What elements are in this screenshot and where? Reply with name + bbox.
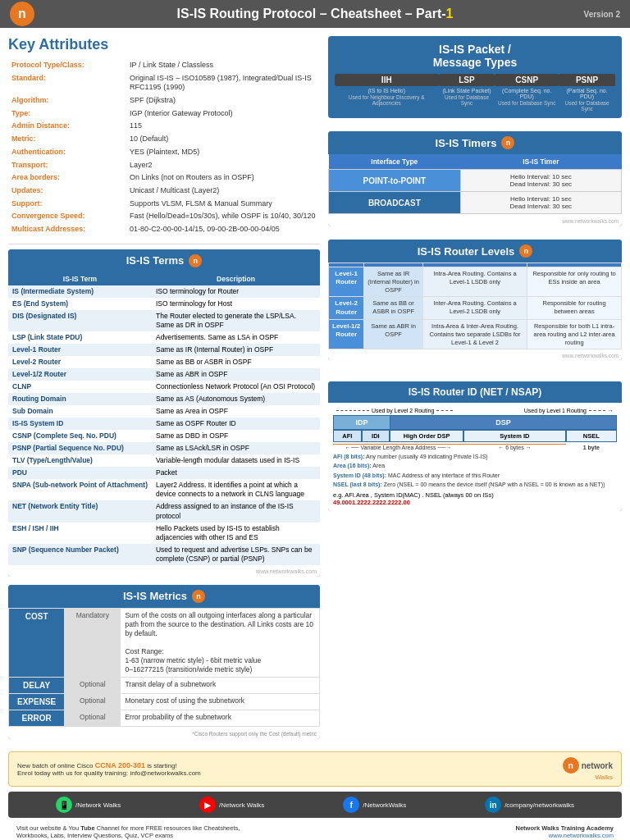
attr-key: Convergence Speed:	[10, 211, 126, 222]
metrics-section: IS-IS Metrics n COST Mandatory Sum of th…	[8, 585, 320, 739]
social-footer: 📱 /Network Walks ▶ /Network Walks f /Net…	[8, 792, 622, 818]
term-name: CSNP (Complete Seq. No. PDU)	[8, 430, 152, 442]
facebook-icon: f	[343, 797, 359, 813]
attr-key: Standard:	[10, 73, 126, 94]
terms-section: IS-IS Terms n IS-IS Term Description IS …	[8, 249, 320, 577]
metrics-watermark: *Cisco Routers support only the Cost (de…	[192, 731, 317, 737]
term-name: Sub Domain	[8, 405, 152, 418]
levels-row: Level-1 Router Same as IR (Internal Rout…	[329, 267, 622, 297]
right-col-inner: IS-IS Packet / Message Types IIH (IS to …	[328, 36, 622, 519]
attr-key: Support:	[10, 199, 126, 210]
attr-key: Authentication:	[10, 147, 126, 158]
net-l2-label: Used by Level 2 Routing	[336, 408, 453, 413]
level-col2: Same as BB or ASBR in OSPF	[364, 297, 423, 320]
attr-row: Convergence Speed:Fast (Hello/Dead=10s/3…	[10, 211, 318, 222]
attr-key: Area borders:	[10, 172, 126, 184]
metric-desc: Error probability of the subnetwork	[121, 710, 320, 727]
terms-body: IS-IS Term Description IS (Intermediate …	[8, 272, 320, 577]
terms-info-icon: n	[189, 254, 202, 267]
timers-col2: IS-IS Timer	[460, 154, 621, 170]
term-desc: Layer2 Address. It identifies a point at…	[152, 479, 320, 500]
timers-header: IS-IS Timers n	[328, 131, 622, 154]
terms-row: Level-2 RouterSame as BB or ASBR in OSPF	[8, 356, 320, 368]
term-desc: Same as IR (Internal Router) in OSPF	[152, 344, 320, 356]
level-col3: Inter-Area Routing. Contains a Level-2 L…	[422, 297, 527, 320]
terms-table: IS-IS Term Description IS (Intermediate …	[8, 272, 320, 565]
timer-val: Hello Interval: 10 secDead Interval: 30 …	[460, 170, 621, 192]
metric-label: EXPENSE	[9, 694, 65, 710]
term-name: Level-1 Router	[8, 344, 152, 356]
attr-val: SPF (Dijkstra)	[128, 95, 318, 107]
net-header: IS-IS Router ID (NET / NSAP)	[328, 381, 622, 403]
attr-val: 10 (Default)	[128, 134, 318, 145]
metrics-title: IS-IS Metrics	[123, 590, 187, 602]
social-li-label: /company/networkwalks	[504, 801, 574, 809]
nwta-url: www.networkwalks.com	[516, 832, 614, 839]
terms-row: Routing DomainSame as AS (Autonomous Sys…	[8, 393, 320, 405]
level-col2: Same as ABR in OSPF	[364, 320, 423, 349]
timers-col1: Interface Type	[329, 154, 461, 170]
cta-box: New batch of online Cisco CCNA 200-301 i…	[8, 751, 622, 787]
bi-left: Visit our website & You Tube Channel for…	[16, 824, 516, 839]
metrics-table: COST Mandatory Sum of the costs on all o…	[8, 608, 320, 727]
terms-row: IS (Intermediate System)ISO terminology …	[8, 285, 320, 298]
terms-title: IS-IS Terms	[126, 254, 185, 267]
attr-val: Layer2	[128, 160, 318, 171]
term-desc: Connectionless Network Protocol (An OSI …	[152, 381, 320, 393]
net-idi-cell: IDI	[362, 430, 390, 442]
terms-row: ESH / ISH / IIHHello Packets used by IS-…	[8, 523, 320, 544]
metric-label: COST	[9, 608, 65, 677]
timers-info-icon: n	[501, 136, 514, 149]
terms-row: CLNPConnectionless Network Protocol (An …	[8, 381, 320, 393]
attr-val: 115	[128, 121, 318, 132]
packet-desc: Used for Database Sync	[559, 100, 615, 112]
terms-row: DIS (Designated IS)The Router elected to…	[8, 310, 320, 331]
net-sysid-cell: System ID	[463, 430, 566, 442]
attr-row: Protocol Type/Class:IP / Link State / Cl…	[10, 60, 318, 71]
cta-logo-name: network	[582, 761, 613, 770]
packet-desc: Used for Database Sync	[439, 94, 495, 106]
attr-row: Standard:Original IS-IS – ISO10589 (1987…	[10, 73, 318, 94]
term-name: IS (Intermediate System)	[8, 285, 152, 298]
social-facebook[interactable]: f /NetworkWalks	[343, 797, 406, 813]
terms-row: PSNP (Partial Sequence No. PDU)Same as L…	[8, 442, 320, 454]
timers-watermark: www.networkwalks.com	[562, 218, 619, 224]
version-label: Version 2	[584, 10, 620, 19]
term-desc: Used to request and advertise LSPs. SNPs…	[152, 544, 320, 565]
levels-title: IS-IS Router Levels	[418, 245, 514, 258]
attr-val: YES (Plaintext, MD5)	[128, 147, 318, 158]
attr-key: Admin Distance:	[10, 121, 126, 132]
net-l1-label: Used by Level 1 Routing →	[524, 408, 614, 413]
net-dsp-cell: DSP	[390, 416, 616, 429]
attr-val: Fast (Hello/Dead=10s/30s), while OSPF is…	[128, 211, 318, 222]
term-desc: Same as AS (Autonomous System)	[152, 393, 320, 405]
social-whatsapp[interactable]: 📱 /Network Walks	[56, 797, 121, 813]
attr-row: Support:Supports VLSM, FLSM & Manual Sum…	[10, 199, 318, 210]
net-idp-dsp-row: IDP DSP	[333, 415, 617, 430]
term-desc: Address assigned to an instance of the I…	[152, 500, 320, 522]
metrics-row: ERROR Optional Error probability of the …	[9, 710, 320, 727]
terms-row: ES (End System)ISO terminology for Host	[8, 298, 320, 310]
attr-val: 01-80-C2-00-00-14/15, 09-00-2B-00-00-04/…	[128, 224, 318, 235]
attr-row: Admin Distance:115	[10, 121, 318, 132]
packet-desc: Used for Database Sync	[495, 100, 559, 106]
term-desc: Same as OSPF Router ID	[152, 418, 320, 430]
term-desc: Same as ABR in OSPF	[152, 368, 320, 381]
attr-key: Metric:	[10, 134, 126, 145]
levels-table: Level-1 Router Same as IR (Internal Rout…	[328, 262, 622, 349]
attr-key: Algorithm:	[10, 95, 126, 107]
term-desc: Hello Packets used by IS-IS to establish…	[152, 523, 320, 544]
metrics-row: EXPENSE Optional Monetary cost of using …	[9, 694, 320, 710]
attr-row: Algorithm:SPF (Dijkstra)	[10, 95, 318, 107]
net-afi-cell: AFI	[333, 430, 362, 442]
term-name: TLV (Type/Length/Value)	[8, 454, 152, 467]
metrics-body: COST Mandatory Sum of the costs on all o…	[8, 608, 320, 739]
packet-types: IIH (IS to IS Hello) Used for Neighbour …	[335, 74, 615, 112]
terms-row: LSP (Link State PDU)Advertisements. Same…	[8, 331, 320, 344]
term-name: Level-1/2 Router	[8, 368, 152, 381]
terms-col2: Description	[152, 272, 320, 285]
net-idp-cell: IDP	[334, 416, 390, 429]
social-youtube[interactable]: ▶ /Network Walks	[199, 797, 264, 813]
social-linkedin[interactable]: in /company/networkwalks	[485, 797, 574, 813]
net-routing-labels: Used by Level 2 Routing Used by Level 1 …	[333, 408, 617, 413]
